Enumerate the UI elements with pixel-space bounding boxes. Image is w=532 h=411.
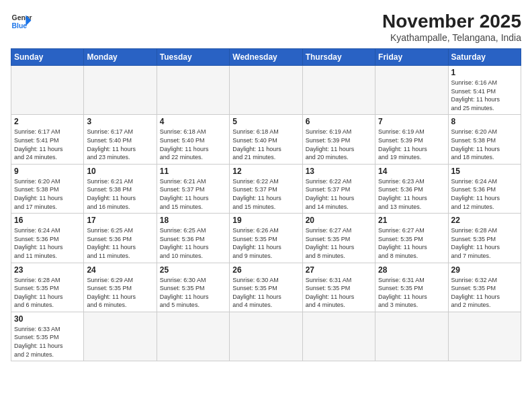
day-info: Sunrise: 6:23 AM Sunset: 5:36 PM Dayligh…	[378, 177, 445, 211]
calendar-cell: 23Sunrise: 6:28 AM Sunset: 5:35 PM Dayli…	[11, 263, 84, 312]
weekday-header-tuesday: Tuesday	[157, 49, 229, 66]
calendar-cell: 25Sunrise: 6:30 AM Sunset: 5:35 PM Dayli…	[157, 263, 229, 312]
calendar-cell: 17Sunrise: 6:25 AM Sunset: 5:36 PM Dayli…	[84, 214, 157, 263]
calendar-cell: 20Sunrise: 6:27 AM Sunset: 5:35 PM Dayli…	[302, 214, 375, 263]
day-info: Sunrise: 6:31 AM Sunset: 5:35 PM Dayligh…	[378, 276, 445, 310]
day-info: Sunrise: 6:33 AM Sunset: 5:35 PM Dayligh…	[14, 325, 81, 359]
title-block: November 2025 Kyathampalle, Telangana, I…	[382, 11, 521, 43]
day-number: 8	[451, 117, 518, 126]
calendar-week-row: 1Sunrise: 6:16 AM Sunset: 5:41 PM Daylig…	[11, 66, 521, 115]
weekday-header-sunday: Sunday	[11, 49, 84, 66]
day-number: 27	[306, 265, 372, 275]
calendar-cell: 7Sunrise: 6:19 AM Sunset: 5:39 PM Daylig…	[375, 115, 448, 164]
day-number: 20	[306, 216, 372, 225]
calendar-cell: 5Sunrise: 6:18 AM Sunset: 5:40 PM Daylig…	[230, 115, 302, 164]
day-number: 1	[451, 68, 518, 77]
day-number: 16	[14, 216, 81, 225]
day-number: 28	[378, 265, 445, 275]
calendar-week-row: 2Sunrise: 6:17 AM Sunset: 5:41 PM Daylig…	[11, 115, 521, 164]
calendar-cell: 24Sunrise: 6:29 AM Sunset: 5:35 PM Dayli…	[84, 263, 157, 312]
day-info: Sunrise: 6:21 AM Sunset: 5:37 PM Dayligh…	[160, 177, 226, 211]
calendar-cell	[157, 66, 229, 115]
day-info: Sunrise: 6:25 AM Sunset: 5:36 PM Dayligh…	[160, 226, 226, 260]
calendar-cell: 13Sunrise: 6:22 AM Sunset: 5:37 PM Dayli…	[302, 164, 375, 213]
calendar-cell	[84, 312, 157, 361]
calendar-week-row: 16Sunrise: 6:24 AM Sunset: 5:36 PM Dayli…	[11, 214, 521, 263]
day-number: 14	[378, 167, 445, 176]
day-number: 10	[87, 167, 153, 176]
day-info: Sunrise: 6:17 AM Sunset: 5:40 PM Dayligh…	[87, 128, 153, 161]
day-number: 22	[451, 216, 518, 225]
day-info: Sunrise: 6:20 AM Sunset: 5:38 PM Dayligh…	[451, 128, 518, 161]
day-info: Sunrise: 6:24 AM Sunset: 5:36 PM Dayligh…	[14, 226, 81, 260]
day-info: Sunrise: 6:31 AM Sunset: 5:35 PM Dayligh…	[306, 276, 372, 310]
day-info: Sunrise: 6:24 AM Sunset: 5:36 PM Dayligh…	[451, 177, 518, 211]
day-info: Sunrise: 6:29 AM Sunset: 5:35 PM Dayligh…	[87, 276, 153, 310]
day-info: Sunrise: 6:28 AM Sunset: 5:35 PM Dayligh…	[14, 276, 81, 310]
day-number: 7	[378, 117, 445, 126]
day-info: Sunrise: 6:18 AM Sunset: 5:40 PM Dayligh…	[232, 128, 299, 161]
weekday-header-row: SundayMondayTuesdayWednesdayThursdayFrid…	[11, 49, 521, 66]
day-info: Sunrise: 6:32 AM Sunset: 5:35 PM Dayligh…	[451, 276, 518, 310]
calendar-cell: 19Sunrise: 6:26 AM Sunset: 5:35 PM Dayli…	[230, 214, 302, 263]
calendar-table: SundayMondayTuesdayWednesdayThursdayFrid…	[11, 48, 521, 361]
logo: General Blue	[11, 11, 32, 32]
day-info: Sunrise: 6:27 AM Sunset: 5:35 PM Dayligh…	[306, 226, 372, 260]
day-info: Sunrise: 6:30 AM Sunset: 5:35 PM Dayligh…	[160, 276, 226, 310]
day-info: Sunrise: 6:19 AM Sunset: 5:39 PM Dayligh…	[378, 128, 445, 161]
calendar-cell: 8Sunrise: 6:20 AM Sunset: 5:38 PM Daylig…	[448, 115, 521, 164]
calendar-cell: 4Sunrise: 6:18 AM Sunset: 5:40 PM Daylig…	[157, 115, 229, 164]
calendar-cell: 21Sunrise: 6:27 AM Sunset: 5:35 PM Dayli…	[375, 214, 448, 263]
calendar-cell: 12Sunrise: 6:22 AM Sunset: 5:37 PM Dayli…	[230, 164, 302, 213]
day-number: 13	[306, 167, 372, 176]
day-number: 29	[451, 265, 518, 275]
calendar-cell: 29Sunrise: 6:32 AM Sunset: 5:35 PM Dayli…	[448, 263, 521, 312]
calendar-cell: 1Sunrise: 6:16 AM Sunset: 5:41 PM Daylig…	[448, 66, 521, 115]
day-number: 18	[160, 216, 226, 225]
calendar-cell: 9Sunrise: 6:20 AM Sunset: 5:38 PM Daylig…	[11, 164, 84, 213]
weekday-header-friday: Friday	[375, 49, 448, 66]
calendar-cell	[157, 312, 229, 361]
calendar-week-row: 23Sunrise: 6:28 AM Sunset: 5:35 PM Dayli…	[11, 263, 521, 312]
day-number: 21	[378, 216, 445, 225]
calendar-cell: 16Sunrise: 6:24 AM Sunset: 5:36 PM Dayli…	[11, 214, 84, 263]
day-number: 5	[232, 117, 299, 126]
day-number: 2	[14, 117, 81, 126]
calendar-cell: 26Sunrise: 6:30 AM Sunset: 5:35 PM Dayli…	[230, 263, 302, 312]
calendar-cell: 11Sunrise: 6:21 AM Sunset: 5:37 PM Dayli…	[157, 164, 229, 213]
day-number: 30	[14, 314, 81, 324]
day-info: Sunrise: 6:22 AM Sunset: 5:37 PM Dayligh…	[232, 177, 299, 211]
day-info: Sunrise: 6:18 AM Sunset: 5:40 PM Dayligh…	[160, 128, 226, 161]
calendar-week-row: 30Sunrise: 6:33 AM Sunset: 5:35 PM Dayli…	[11, 312, 521, 361]
calendar-cell	[375, 312, 448, 361]
calendar-cell: 3Sunrise: 6:17 AM Sunset: 5:40 PM Daylig…	[84, 115, 157, 164]
day-info: Sunrise: 6:28 AM Sunset: 5:35 PM Dayligh…	[451, 226, 518, 260]
calendar-cell	[230, 312, 302, 361]
day-info: Sunrise: 6:20 AM Sunset: 5:38 PM Dayligh…	[14, 177, 81, 211]
day-number: 12	[232, 167, 299, 176]
day-info: Sunrise: 6:19 AM Sunset: 5:39 PM Dayligh…	[306, 128, 372, 161]
day-number: 9	[14, 167, 81, 176]
page-header: General Blue November 2025 Kyathampalle,…	[11, 11, 521, 43]
day-number: 26	[232, 265, 299, 275]
day-info: Sunrise: 6:16 AM Sunset: 5:41 PM Dayligh…	[451, 79, 518, 112]
calendar-week-row: 9Sunrise: 6:20 AM Sunset: 5:38 PM Daylig…	[11, 164, 521, 213]
calendar-cell: 14Sunrise: 6:23 AM Sunset: 5:36 PM Dayli…	[375, 164, 448, 213]
calendar-cell: 30Sunrise: 6:33 AM Sunset: 5:35 PM Dayli…	[11, 312, 84, 361]
calendar-cell	[302, 312, 375, 361]
calendar-cell: 2Sunrise: 6:17 AM Sunset: 5:41 PM Daylig…	[11, 115, 84, 164]
day-info: Sunrise: 6:21 AM Sunset: 5:38 PM Dayligh…	[87, 177, 153, 211]
day-info: Sunrise: 6:30 AM Sunset: 5:35 PM Dayligh…	[232, 276, 299, 310]
location-subtitle: Kyathampalle, Telangana, India	[382, 32, 521, 43]
calendar-cell: 22Sunrise: 6:28 AM Sunset: 5:35 PM Dayli…	[448, 214, 521, 263]
day-number: 4	[160, 117, 226, 126]
calendar-cell: 28Sunrise: 6:31 AM Sunset: 5:35 PM Dayli…	[375, 263, 448, 312]
day-number: 11	[160, 167, 226, 176]
calendar-cell	[302, 66, 375, 115]
month-title: November 2025	[382, 11, 521, 32]
calendar-cell	[448, 312, 521, 361]
calendar-cell: 15Sunrise: 6:24 AM Sunset: 5:36 PM Dayli…	[448, 164, 521, 213]
day-number: 23	[14, 265, 81, 275]
day-number: 6	[306, 117, 372, 126]
day-number: 25	[160, 265, 226, 275]
